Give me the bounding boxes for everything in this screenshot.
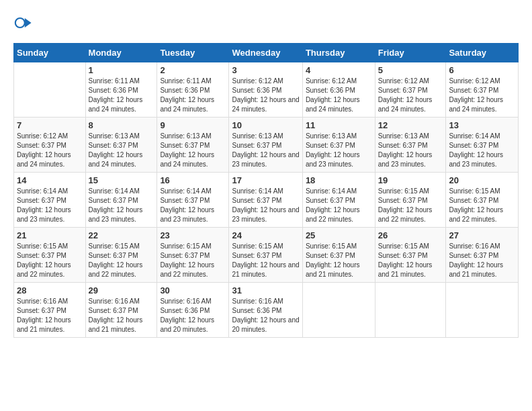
day-info: Sunrise: 6:16 AMSunset: 6:37 PMDaylight:… [449, 242, 515, 279]
day-info: Sunrise: 6:16 AMSunset: 6:36 PMDaylight:… [160, 297, 226, 334]
calendar-cell: 25 Sunrise: 6:15 AMSunset: 6:37 PMDaylig… [302, 228, 375, 283]
day-number: 23 [160, 230, 226, 240]
day-info: Sunrise: 6:15 AMSunset: 6:37 PMDaylight:… [160, 242, 226, 279]
calendar-cell: 24 Sunrise: 6:15 AMSunset: 6:37 PMDaylig… [229, 228, 302, 283]
day-number: 7 [17, 120, 83, 130]
day-info: Sunrise: 6:13 AMSunset: 6:37 PMDaylight:… [89, 132, 154, 169]
calendar-week-row: 28 Sunrise: 6:16 AMSunset: 6:37 PMDaylig… [14, 283, 519, 338]
day-info: Sunrise: 6:13 AMSunset: 6:37 PMDaylight:… [378, 132, 443, 169]
weekday-header: Tuesday [157, 44, 229, 62]
day-info: Sunrise: 6:11 AMSunset: 6:36 PMDaylight:… [160, 77, 226, 114]
calendar-cell: 22 Sunrise: 6:15 AMSunset: 6:37 PMDaylig… [85, 228, 157, 283]
calendar-week-row: 1 Sunrise: 6:11 AMSunset: 6:36 PMDayligh… [14, 62, 519, 118]
calendar-cell: 8 Sunrise: 6:13 AMSunset: 6:37 PMDayligh… [85, 118, 157, 173]
day-info: Sunrise: 6:12 AMSunset: 6:36 PMDaylight:… [232, 77, 299, 114]
calendar-cell: 11 Sunrise: 6:13 AMSunset: 6:37 PMDaylig… [302, 118, 375, 173]
day-number: 19 [378, 175, 443, 185]
calendar-cell: 13 Sunrise: 6:14 AMSunset: 6:37 PMDaylig… [446, 118, 519, 173]
calendar-cell: 1 Sunrise: 6:11 AMSunset: 6:36 PMDayligh… [85, 62, 157, 118]
day-number: 5 [378, 65, 443, 75]
day-info: Sunrise: 6:13 AMSunset: 6:37 PMDaylight:… [232, 132, 299, 169]
day-number: 2 [160, 65, 226, 75]
day-number: 20 [449, 175, 515, 185]
day-info: Sunrise: 6:14 AMSunset: 6:37 PMDaylight:… [232, 187, 299, 224]
day-number: 3 [232, 65, 299, 75]
day-number: 10 [232, 120, 299, 130]
calendar-cell: 31 Sunrise: 6:16 AMSunset: 6:36 PMDaylig… [229, 283, 302, 338]
day-info: Sunrise: 6:15 AMSunset: 6:37 PMDaylight:… [378, 187, 443, 224]
day-number: 29 [89, 285, 154, 295]
day-number: 16 [160, 175, 226, 185]
day-info: Sunrise: 6:14 AMSunset: 6:37 PMDaylight:… [306, 187, 372, 224]
weekday-header: Monday [85, 44, 157, 62]
calendar-cell: 17 Sunrise: 6:14 AMSunset: 6:37 PMDaylig… [229, 173, 302, 228]
calendar-cell: 26 Sunrise: 6:15 AMSunset: 6:37 PMDaylig… [375, 228, 446, 283]
day-info: Sunrise: 6:14 AMSunset: 6:37 PMDaylight:… [160, 187, 226, 224]
svg-point-0 [15, 18, 25, 28]
calendar-table: SundayMondayTuesdayWednesdayThursdayFrid… [13, 43, 519, 338]
day-info: Sunrise: 6:15 AMSunset: 6:37 PMDaylight:… [378, 242, 443, 279]
calendar-cell: 9 Sunrise: 6:13 AMSunset: 6:37 PMDayligh… [157, 118, 229, 173]
day-number: 28 [17, 285, 83, 295]
calendar-cell: 15 Sunrise: 6:14 AMSunset: 6:37 PMDaylig… [85, 173, 157, 228]
calendar-cell: 2 Sunrise: 6:11 AMSunset: 6:36 PMDayligh… [157, 62, 229, 118]
day-number: 26 [378, 230, 443, 240]
calendar-cell: 14 Sunrise: 6:14 AMSunset: 6:37 PMDaylig… [14, 173, 86, 228]
calendar-cell: 19 Sunrise: 6:15 AMSunset: 6:37 PMDaylig… [375, 173, 446, 228]
day-number: 22 [89, 230, 154, 240]
day-number: 12 [378, 120, 443, 130]
day-number: 11 [306, 120, 372, 130]
day-number: 9 [160, 120, 226, 130]
day-info: Sunrise: 6:13 AMSunset: 6:37 PMDaylight:… [160, 132, 226, 169]
day-info: Sunrise: 6:16 AMSunset: 6:36 PMDaylight:… [232, 297, 299, 334]
weekday-header: Saturday [446, 44, 519, 62]
calendar-week-row: 14 Sunrise: 6:14 AMSunset: 6:37 PMDaylig… [14, 173, 519, 228]
day-number: 31 [232, 285, 299, 295]
day-number: 18 [306, 175, 372, 185]
day-info: Sunrise: 6:15 AMSunset: 6:37 PMDaylight:… [449, 187, 515, 224]
day-info: Sunrise: 6:13 AMSunset: 6:37 PMDaylight:… [306, 132, 372, 169]
day-info: Sunrise: 6:15 AMSunset: 6:37 PMDaylight:… [306, 242, 372, 279]
calendar-cell: 7 Sunrise: 6:12 AMSunset: 6:37 PMDayligh… [14, 118, 86, 173]
calendar-header-row: SundayMondayTuesdayWednesdayThursdayFrid… [14, 44, 519, 62]
day-number: 6 [449, 65, 515, 75]
calendar-cell: 4 Sunrise: 6:12 AMSunset: 6:36 PMDayligh… [302, 62, 375, 118]
day-number: 27 [449, 230, 515, 240]
svg-marker-1 [25, 18, 32, 28]
calendar-cell: 28 Sunrise: 6:16 AMSunset: 6:37 PMDaylig… [14, 283, 86, 338]
calendar-cell: 5 Sunrise: 6:12 AMSunset: 6:37 PMDayligh… [375, 62, 446, 118]
day-info: Sunrise: 6:15 AMSunset: 6:37 PMDaylight:… [17, 242, 83, 279]
day-number: 8 [89, 120, 154, 130]
day-number: 21 [17, 230, 83, 240]
day-info: Sunrise: 6:11 AMSunset: 6:36 PMDaylight:… [89, 77, 154, 114]
weekday-header: Wednesday [229, 44, 302, 62]
calendar-cell: 3 Sunrise: 6:12 AMSunset: 6:36 PMDayligh… [229, 62, 302, 118]
calendar-cell: 20 Sunrise: 6:15 AMSunset: 6:37 PMDaylig… [446, 173, 519, 228]
logo-icon [13, 13, 32, 32]
calendar-cell: 16 Sunrise: 6:14 AMSunset: 6:37 PMDaylig… [157, 173, 229, 228]
day-info: Sunrise: 6:12 AMSunset: 6:37 PMDaylight:… [449, 77, 515, 114]
calendar-cell: 10 Sunrise: 6:13 AMSunset: 6:37 PMDaylig… [229, 118, 302, 173]
calendar-cell: 21 Sunrise: 6:15 AMSunset: 6:37 PMDaylig… [14, 228, 86, 283]
day-number: 30 [160, 285, 226, 295]
calendar-cell: 6 Sunrise: 6:12 AMSunset: 6:37 PMDayligh… [446, 62, 519, 118]
day-info: Sunrise: 6:12 AMSunset: 6:37 PMDaylight:… [17, 132, 83, 169]
day-info: Sunrise: 6:15 AMSunset: 6:37 PMDaylight:… [89, 242, 154, 279]
calendar-week-row: 21 Sunrise: 6:15 AMSunset: 6:37 PMDaylig… [14, 228, 519, 283]
page-header [13, 13, 519, 32]
calendar-cell: 29 Sunrise: 6:16 AMSunset: 6:37 PMDaylig… [85, 283, 157, 338]
calendar-cell [302, 283, 375, 338]
day-info: Sunrise: 6:14 AMSunset: 6:37 PMDaylight:… [17, 187, 83, 224]
day-info: Sunrise: 6:16 AMSunset: 6:37 PMDaylight:… [89, 297, 154, 334]
calendar-cell [14, 62, 86, 118]
day-number: 4 [306, 65, 372, 75]
day-number: 25 [306, 230, 372, 240]
day-number: 13 [449, 120, 515, 130]
weekday-header: Friday [375, 44, 446, 62]
calendar-cell [375, 283, 446, 338]
day-info: Sunrise: 6:15 AMSunset: 6:37 PMDaylight:… [232, 242, 299, 279]
calendar-cell: 23 Sunrise: 6:15 AMSunset: 6:37 PMDaylig… [157, 228, 229, 283]
calendar-cell: 18 Sunrise: 6:14 AMSunset: 6:37 PMDaylig… [302, 173, 375, 228]
day-info: Sunrise: 6:12 AMSunset: 6:36 PMDaylight:… [306, 77, 372, 114]
calendar-cell: 27 Sunrise: 6:16 AMSunset: 6:37 PMDaylig… [446, 228, 519, 283]
